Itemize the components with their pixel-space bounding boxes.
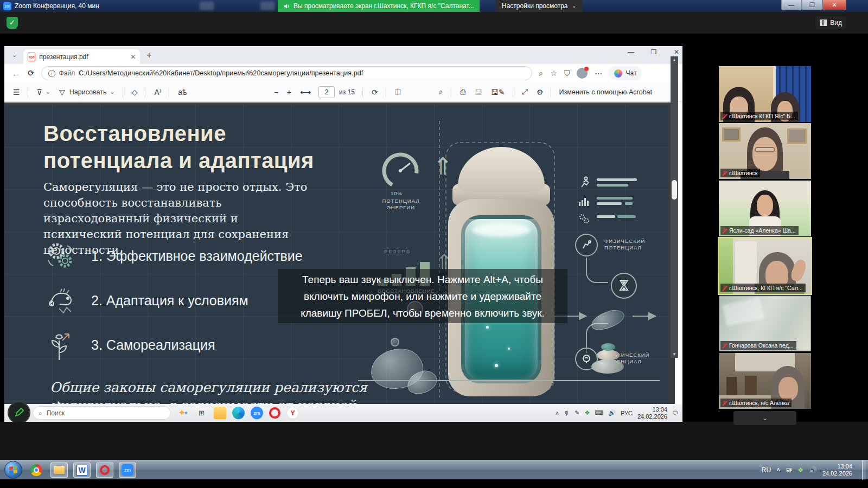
participant-video-active-speaker[interactable]: 🎙г.Шахтинск, КГКП я/с "Сал... <box>719 238 811 294</box>
chevron-down-icon[interactable]: ⌄ <box>46 88 50 95</box>
opera-icon[interactable] <box>269 407 280 419</box>
opera-taskbar-icon[interactable] <box>96 463 113 478</box>
participant-video[interactable]: 🎙Гончарова Оксана пед... <box>719 296 811 351</box>
start-button[interactable] <box>4 461 22 479</box>
participant-name: 🎙г.Шахтинск, я/с Аленка <box>720 399 792 407</box>
video-scene <box>755 147 775 152</box>
zoom-plus-icon[interactable]: + <box>287 88 291 97</box>
minimize-button[interactable]: — <box>781 0 802 10</box>
shared-search-input[interactable]: ⌕ Поиск <box>33 406 171 420</box>
edit-with-acrobat-button[interactable]: Изменить с помощью Acrobat <box>559 88 652 96</box>
tray-expand-icon[interactable]: ˄ <box>776 466 780 474</box>
gears-icon <box>43 239 77 273</box>
draw-label[interactable]: Нарисовать <box>69 88 107 96</box>
meeting-title: Zoom Конференция, 40 мин <box>15 2 99 10</box>
annotation-pencil-badge[interactable] <box>8 401 30 424</box>
chrome-taskbar-icon[interactable] <box>28 463 45 478</box>
shared-clock[interactable]: 13:0424.02.2026 <box>637 406 667 420</box>
system-clock[interactable]: 13:0424.02.2026 <box>822 463 852 477</box>
participant-video[interactable]: 🎙Ясли-сад «Аленка» Ша... <box>719 181 811 236</box>
scroll-down-icon[interactable]: ▼ <box>671 352 678 357</box>
back-icon[interactable]: ← <box>12 69 20 78</box>
language-indicator[interactable]: РУС <box>621 410 633 416</box>
participant-video[interactable]: 🎙г.Шахтинск <box>719 123 811 179</box>
edge-icon[interactable] <box>232 407 245 419</box>
fit-width-icon[interactable]: ⟷ <box>300 88 311 97</box>
zoom-taskbar-icon[interactable]: zm <box>251 407 263 419</box>
favorite-star-icon[interactable]: ☆ <box>550 69 557 78</box>
expand-icon[interactable]: ⤢ <box>522 87 528 97</box>
text-icon[interactable]: аѣ <box>178 88 187 97</box>
tab-close-icon[interactable]: ✕ <box>130 53 136 61</box>
display-tray-icon[interactable]: 🖳 <box>786 466 792 474</box>
video-scene <box>752 137 777 171</box>
browser-restore-button[interactable]: ❐ <box>646 48 662 56</box>
print-icon[interactable]: ⎙ <box>460 87 466 97</box>
info-icon[interactable]: i <box>48 70 55 77</box>
collapse-gallery-button[interactable]: ⌄ <box>733 411 796 425</box>
highlighter-icon[interactable]: ⊽ <box>37 88 42 97</box>
search-icon[interactable]: ⌕ <box>439 87 443 97</box>
page-number-input[interactable]: 2 <box>318 86 335 98</box>
show-desktop-strip[interactable] <box>862 460 866 480</box>
keyboard-icon[interactable]: ⌨ <box>595 409 603 416</box>
explorer-taskbar-icon[interactable] <box>50 463 68 478</box>
copilot-sparkle-icon[interactable]: ✦✦ <box>177 407 189 419</box>
physical-label: ФИЗИЧЕСКИЙ ПОТЕНЦИАЛ <box>604 238 654 251</box>
stats-list <box>578 176 591 191</box>
hourglass-node <box>611 273 637 299</box>
tray-expand-icon[interactable]: ˄ <box>556 410 559 416</box>
eraser-icon[interactable]: ◇ <box>132 88 138 97</box>
scrollbar-thumb[interactable] <box>672 180 677 200</box>
volume-tray-icon[interactable]: 🔊 <box>809 466 817 474</box>
read-aloud-icon[interactable]: A⁾ <box>154 88 161 97</box>
stat-line <box>597 202 622 205</box>
new-tab-button[interactable]: + <box>146 50 151 60</box>
scroll-up-icon[interactable]: ▲ <box>671 57 678 62</box>
mic-tray-icon[interactable]: 🎙 <box>564 410 570 416</box>
address-bar[interactable]: i Файл C:/Users/Методический%20Кабинет/D… <box>41 66 532 80</box>
zoom-out-icon[interactable]: ⌕ <box>539 69 544 78</box>
page-view-icon[interactable]: ⎅ <box>395 87 401 97</box>
browser-minimize-button[interactable]: — <box>623 48 639 56</box>
copilot-icon <box>614 69 622 78</box>
save-as-icon[interactable]: 🖫✎ <box>491 88 505 97</box>
close-button[interactable]: ✕ <box>822 0 846 10</box>
language-indicator[interactable]: RU <box>762 466 771 474</box>
explorer-folder-icon[interactable] <box>214 407 226 419</box>
yandex-icon[interactable]: Y <box>286 407 299 419</box>
stat-line <box>597 215 615 218</box>
stone <box>597 350 620 361</box>
toc-icon[interactable]: ☰ <box>13 88 20 97</box>
profile-avatar[interactable] <box>577 68 588 79</box>
refresh-icon[interactable]: ⟳ <box>28 68 35 78</box>
pen-tray-icon[interactable]: ✎ <box>575 409 579 416</box>
view-settings-dropdown[interactable]: Настройки просмотра ⌄ <box>495 0 583 12</box>
participant-video[interactable]: 🎙г.Шахтинск, я/с Аленка <box>719 353 811 409</box>
save-icon[interactable]: 🖫 <box>475 88 482 97</box>
settings-gear-icon[interactable]: ⚙ <box>537 88 544 97</box>
volume-icon[interactable]: 🔊 <box>608 409 616 416</box>
antivirus-icon[interactable]: ❖ <box>584 409 590 416</box>
zoom-minus-icon[interactable]: − <box>274 88 278 97</box>
restore-button[interactable]: ❐ <box>802 0 822 10</box>
pdf-scrollbar[interactable]: ▲ ▼ <box>671 56 678 358</box>
tab-presentation-pdf[interactable]: PDF презентация.pdf ✕ <box>23 49 140 64</box>
copilot-chat-button[interactable]: Чат <box>609 66 642 80</box>
word-taskbar-icon[interactable]: W <box>73 463 91 478</box>
participant-video[interactable]: 🎙г.Шахтинск КГКП Я/с" Б... <box>719 66 811 122</box>
more-menu-icon[interactable]: ⋯ <box>595 69 602 78</box>
pen-icon[interactable]: ▽ <box>59 88 65 97</box>
zoom-taskbar-icon[interactable]: zm <box>119 463 136 478</box>
physical-node <box>575 234 598 256</box>
antivirus-tray-icon[interactable]: ❖ <box>797 466 803 474</box>
collections-icon[interactable]: ⛉ <box>564 69 570 78</box>
view-button[interactable]: Вид <box>815 16 846 29</box>
sparkle <box>495 364 498 367</box>
rotate-icon[interactable]: ⟳ <box>372 88 378 97</box>
task-view-icon[interactable]: ⊞ <box>195 407 208 419</box>
browser-close-button[interactable]: ✕ <box>668 48 685 56</box>
tab-search-icon[interactable]: ⌄ <box>12 52 17 59</box>
chevron-down-icon[interactable]: ⌄ <box>110 88 114 95</box>
notification-panel-icon[interactable]: 🗨 <box>672 410 678 416</box>
